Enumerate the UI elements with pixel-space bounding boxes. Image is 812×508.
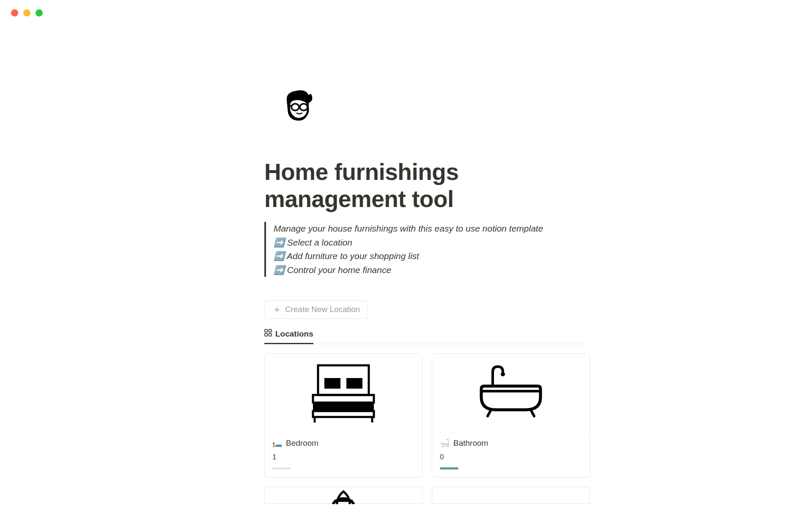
quote-line-3: ➡️ Control your home finance bbox=[274, 263, 590, 277]
card-emoji: 🛁 bbox=[440, 438, 450, 448]
window-controls bbox=[0, 0, 812, 17]
svg-rect-10 bbox=[346, 378, 362, 389]
card-emoji: 🛏️ bbox=[272, 438, 283, 448]
person-glasses-icon bbox=[278, 88, 321, 130]
quote-line-1: ➡️ Select a location bbox=[274, 236, 590, 250]
card-title: 🛏️ Bedroom bbox=[272, 438, 414, 448]
plus-icon: ＋ bbox=[272, 305, 282, 314]
card-body: 🛏️ Bedroom 1 bbox=[265, 432, 422, 477]
quote-intro: Manage your house furnishings with this … bbox=[274, 222, 590, 236]
tab-locations[interactable]: Locations bbox=[264, 329, 313, 344]
card-count: 1 bbox=[272, 453, 414, 461]
maximize-window[interactable] bbox=[36, 9, 43, 17]
location-card-partial[interactable] bbox=[264, 487, 422, 504]
svg-rect-13 bbox=[313, 411, 374, 417]
svg-rect-5 bbox=[269, 329, 272, 332]
quote-block[interactable]: Manage your house furnishings with this … bbox=[264, 222, 590, 277]
view-tabs: Locations bbox=[264, 329, 590, 344]
svg-rect-4 bbox=[265, 329, 267, 332]
card-title: 🛁 Bathroom bbox=[440, 438, 582, 448]
svg-rect-6 bbox=[265, 334, 267, 336]
card-cover bbox=[265, 354, 422, 432]
page-icon[interactable] bbox=[275, 84, 324, 133]
card-body: 🛁 Bathroom 0 bbox=[432, 432, 590, 477]
svg-rect-11 bbox=[313, 395, 374, 403]
tab-label: Locations bbox=[275, 329, 313, 339]
page-content: Home furnishings management tool Manage … bbox=[205, 84, 607, 504]
card-cover bbox=[432, 354, 590, 432]
gallery-icon bbox=[264, 329, 272, 339]
location-card-partial[interactable] bbox=[432, 487, 590, 504]
card-title-text: Bathroom bbox=[453, 439, 488, 448]
progress-bar bbox=[440, 467, 458, 469]
create-new-location-button[interactable]: ＋ Create New Location bbox=[264, 300, 368, 319]
globe-icon bbox=[331, 489, 356, 504]
svg-point-16 bbox=[501, 372, 505, 376]
svg-rect-9 bbox=[324, 378, 340, 389]
bathtub-icon bbox=[475, 363, 547, 422]
locations-gallery: 🛏️ Bedroom 1 🛁 bbox=[264, 353, 590, 504]
bed-icon bbox=[305, 361, 381, 425]
page-title[interactable]: Home furnishings management tool bbox=[264, 158, 590, 213]
card-title-text: Bedroom bbox=[286, 439, 318, 448]
svg-rect-12 bbox=[313, 403, 374, 411]
svg-rect-7 bbox=[269, 334, 272, 336]
card-count: 0 bbox=[440, 453, 582, 461]
svg-line-3 bbox=[289, 105, 291, 106]
close-window[interactable] bbox=[11, 9, 18, 17]
location-card-bedroom[interactable]: 🛏️ Bedroom 1 bbox=[264, 353, 422, 478]
location-card-bathroom[interactable]: 🛁 Bathroom 0 bbox=[432, 353, 590, 478]
svg-line-18 bbox=[488, 410, 491, 416]
progress-bar bbox=[272, 467, 291, 469]
svg-line-19 bbox=[531, 410, 534, 416]
quote-line-2: ➡️ Add furniture to your shopping list bbox=[274, 249, 590, 263]
minimize-window[interactable] bbox=[23, 9, 30, 17]
create-button-label: Create New Location bbox=[285, 305, 360, 314]
